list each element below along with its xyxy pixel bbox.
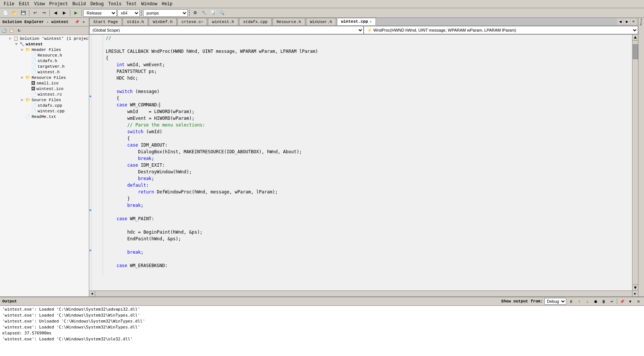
tab-start-page[interactable]: Start Page (89, 18, 122, 25)
tree-wintest-rc[interactable]: 📄 wintest.rc (1, 92, 88, 97)
code-row: break; (91, 202, 632, 209)
scope-dropdown[interactable]: (Global Scope) (89, 26, 364, 34)
tab-close-all[interactable]: ✕ (631, 19, 637, 25)
line-num (91, 242, 103, 249)
scroll-right-btn[interactable]: ▶ (632, 291, 638, 297)
tab-winuser-h[interactable]: WinUser.h (306, 18, 336, 25)
menu-view[interactable]: View (32, 1, 47, 7)
tree-targetver-h[interactable]: 📄 targetver.h (1, 64, 88, 69)
tab-scroll-right[interactable]: ▶ (624, 19, 630, 25)
output-btn1[interactable]: ⏸ (568, 298, 574, 305)
code-cell: } (103, 195, 632, 202)
line-num (91, 135, 103, 142)
menu-window[interactable]: Window (139, 1, 160, 7)
tree-stdafx-cpp[interactable]: 📄 stdafx.cpp (1, 103, 88, 108)
tree-source-files[interactable]: ▷ 📁 Source Files (1, 97, 88, 103)
config-dropdown[interactable]: Release Debug (83, 9, 117, 17)
back-btn[interactable]: ◀ (51, 9, 59, 17)
tab-close-btn[interactable]: ✕ (370, 19, 372, 24)
output-source-dropdown[interactable]: Debug Build (544, 298, 566, 305)
toolbar-btn2[interactable]: 🔧 (200, 9, 208, 17)
menu-edit[interactable]: Edit (17, 1, 32, 7)
tree-readme[interactable]: 📄 ReadMe.txt (1, 114, 88, 119)
toggle-source[interactable]: ▷ (19, 98, 25, 102)
toolbar-btn3[interactable]: 📊 (209, 9, 217, 17)
tab-stdio-h[interactable]: stdio.h (123, 18, 148, 25)
tree-wintest-h[interactable]: 📄 wintest.h (1, 69, 88, 75)
toolbar-btn4[interactable]: 🔍 (218, 9, 226, 17)
tab-windef-h[interactable]: WinDef.h (149, 18, 177, 25)
toggle-headers[interactable]: ▷ (19, 48, 25, 52)
cpp-icon: 📄 (31, 109, 36, 113)
output-btn3[interactable]: ↓ (584, 298, 591, 305)
toggle-solution[interactable]: ▷ (7, 36, 13, 41)
line-num (91, 128, 103, 135)
tree-stdafx-h[interactable]: 📄 stdafx.h (1, 58, 88, 64)
code-row (91, 41, 632, 48)
tab-wintest-h[interactable]: wintest.h (208, 18, 238, 25)
code-editor[interactable]: // LRESULT CALLBACK WndProc(HWND hWnd, U… (91, 35, 632, 291)
se-refresh-btn[interactable]: ↻ (16, 27, 22, 34)
menu-debug[interactable]: Debug (88, 1, 106, 7)
function-dropdown[interactable]: ⚡ WndProc(HWND hWnd, UINT message, WPARA… (364, 26, 638, 34)
menu-build[interactable]: Build (70, 1, 88, 7)
forward-btn[interactable]: ▶ (60, 9, 68, 17)
output-pin-btn[interactable]: 📌 (619, 298, 625, 305)
line-num (91, 102, 103, 108)
open-btn[interactable]: 📂 (10, 9, 19, 17)
output-btn2[interactable]: ↑ (576, 298, 583, 305)
close-btn[interactable]: ✕ (81, 19, 87, 25)
menu-project[interactable]: Project (47, 1, 70, 7)
output-wrap-btn[interactable]: ↵ (609, 298, 615, 305)
tab-resource-h[interactable]: Resource.h (273, 18, 305, 25)
menu-help[interactable]: Help (160, 1, 175, 7)
output-close-btn[interactable]: ✕ (635, 298, 642, 305)
scroll-up-btn[interactable]: ▲ (632, 35, 638, 41)
tree-project[interactable]: ▽ 🔧 wintest (1, 41, 88, 47)
line-num (91, 256, 103, 262)
scroll-down-btn[interactable]: ▼ (632, 285, 638, 291)
line-num (91, 35, 103, 41)
line-num (91, 41, 103, 48)
tree-resource-files[interactable]: ▷ 📁 Resource Files (1, 75, 88, 80)
ico-icon: 🖼 (31, 86, 35, 91)
tree-small-ico[interactable]: 🖼 small.ico (1, 80, 88, 86)
file-icon: 📄 (31, 53, 36, 58)
wintest-ico-label: wintest.ico (36, 87, 64, 91)
tab-scroll-left[interactable]: ◀ (617, 19, 623, 25)
tab-crtexe-c[interactable]: crtexe.c ↗ (177, 18, 207, 25)
save-btn[interactable]: 💾 (19, 9, 28, 17)
tab-stdafx-cpp[interactable]: stdafx.cpp (239, 18, 272, 25)
output-dropdown-btn[interactable]: ▼ (627, 298, 634, 305)
menu-tools[interactable]: Tools (106, 1, 124, 7)
horizontal-scrollbar[interactable]: ◀ ▶ (89, 291, 638, 296)
tree-header-files[interactable]: ▷ 📁 Header Files (1, 47, 88, 52)
pin-btn[interactable]: 📌 (74, 19, 80, 25)
redo-btn[interactable]: ↪ (40, 9, 48, 17)
platform-dropdown[interactable]: x64 x86 (117, 9, 140, 17)
tree-wintest-cpp[interactable]: 📄 wintest.cpp (1, 108, 88, 114)
line-num (91, 55, 103, 61)
menu-file[interactable]: File (1, 1, 17, 7)
show-output-label: Show output from: (501, 299, 543, 304)
scroll-thumb[interactable] (633, 44, 638, 59)
se-prop-btn[interactable]: 📋 (8, 27, 15, 34)
tree-wintest-ico[interactable]: 🖼 wintest.ico (1, 86, 88, 92)
tree-solution[interactable]: ▷ 📋 Solution 'wintest' (1 project) (1, 36, 88, 41)
tree-resource-h[interactable]: 📄 Resource.h (1, 52, 88, 58)
indicator-1 (90, 96, 91, 97)
undo-btn[interactable]: ↩ (31, 9, 39, 17)
toggle-resources[interactable]: ▷ (19, 76, 25, 80)
toggle-project[interactable]: ▽ (13, 42, 19, 46)
new-btn[interactable]: 📄 (1, 9, 10, 17)
start-btn[interactable]: ▶ (72, 9, 80, 17)
tab-wintest-cpp[interactable]: wintest.cpp ✕ (337, 18, 376, 25)
output-clear-btn[interactable]: 🗑 (600, 298, 607, 305)
se-sync-btn[interactable]: 🔄 (1, 27, 7, 34)
project-dropdown[interactable]: pumps wintest (143, 9, 188, 17)
menu-test[interactable]: Test (124, 1, 139, 7)
vertical-scrollbar[interactable]: ▲ ▼ (632, 35, 638, 291)
scroll-left-btn[interactable]: ◀ (89, 291, 95, 297)
toolbar-btn1[interactable]: ⚙ (191, 9, 199, 17)
output-btn4[interactable]: ⏹ (592, 298, 599, 305)
